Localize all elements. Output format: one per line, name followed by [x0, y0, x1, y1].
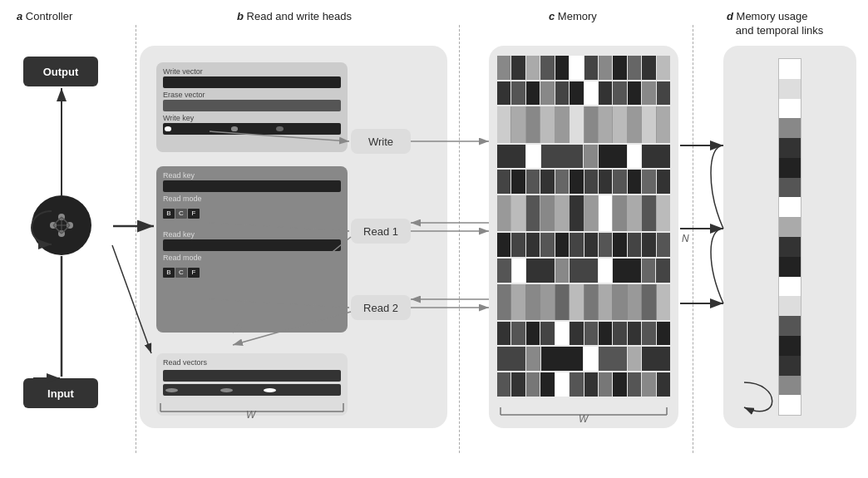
read-heads-box: Read key Read mode B C F Read key [156, 166, 348, 333]
divider-ab [136, 25, 136, 453]
mem-row-12 [497, 372, 670, 397]
divider-bc [459, 25, 460, 453]
input-box: Input [23, 378, 98, 408]
bcf-b-2: B [163, 268, 175, 278]
read-key-2-label: Read key [163, 230, 341, 239]
usage-section [723, 46, 856, 428]
mem-row-7 [497, 233, 670, 257]
read-vector-2-strip [163, 384, 341, 396]
bcf-f-2: F [188, 268, 200, 278]
svg-text:W: W [579, 413, 589, 423]
read-mode-2-label: Read mode [163, 254, 341, 262]
read-key-2-strip [163, 239, 341, 251]
write-head-box: Write vector Erase vector [156, 62, 348, 152]
usage-strip [778, 58, 801, 416]
w-brace-svg: W [156, 400, 348, 418]
memory-section: W [489, 46, 678, 428]
w-brace-memory-svg: W [498, 405, 669, 423]
erase-vector-label: Erase vector [163, 91, 341, 99]
bcf-f-1: F [188, 209, 200, 219]
read2-button: Read 2 [351, 295, 411, 320]
mem-row-9-highlight [497, 284, 670, 320]
read-mode-1-label: Read mode [163, 195, 341, 203]
section-b-label: b Read and write heads [237, 10, 352, 22]
svg-line-6 [62, 217, 70, 225]
controller-circle [32, 195, 91, 255]
mem-row-2 [497, 81, 670, 106]
read-key-1-strip [163, 180, 341, 192]
write-key-label: Write key [163, 114, 341, 122]
mem-row-8 [497, 259, 670, 283]
bcf-c-1: C [175, 209, 187, 219]
section-d-label: d Memory usage and temporal links [727, 10, 856, 38]
svg-text:W: W [246, 409, 257, 418]
read-vectors-label: Read vectors [163, 358, 341, 367]
n-label: N [682, 233, 689, 244]
nn-icon [43, 207, 80, 244]
mem-row-11 [497, 347, 670, 371]
erase-vector-strip [163, 100, 341, 111]
svg-line-7 [62, 225, 70, 234]
write-key-strip [163, 123, 341, 135]
divider-cd [693, 25, 693, 453]
bcf-b-1: B [163, 209, 175, 219]
mem-row-3 [497, 106, 670, 142]
write-vector-label: Write vector [163, 67, 341, 76]
read1-button: Read 1 [351, 219, 411, 244]
write-button: Write [351, 129, 411, 154]
read-key-1-label: Read key [163, 171, 341, 180]
mem-row-4 [497, 145, 670, 169]
svg-line-4 [53, 217, 62, 225]
mem-row-1 [497, 56, 670, 80]
svg-line-5 [53, 225, 62, 234]
w-label-memory: W [497, 405, 670, 426]
memory-grid [497, 56, 670, 397]
bcf-2: B C F [163, 268, 200, 278]
output-box: Output [23, 57, 98, 86]
w-label-rw: W [156, 400, 348, 421]
mem-row-10 [497, 322, 670, 346]
bcf-c-2: C [175, 268, 187, 278]
read-vector-1-strip [163, 370, 341, 382]
section-c-label: c Memory [549, 10, 597, 22]
bcf-1: B C F [163, 209, 200, 219]
write-vector-strip [163, 76, 341, 88]
section-a-label: a Controller [17, 10, 72, 22]
mem-row-5 [497, 170, 670, 194]
mem-row-6-highlight [497, 195, 670, 231]
